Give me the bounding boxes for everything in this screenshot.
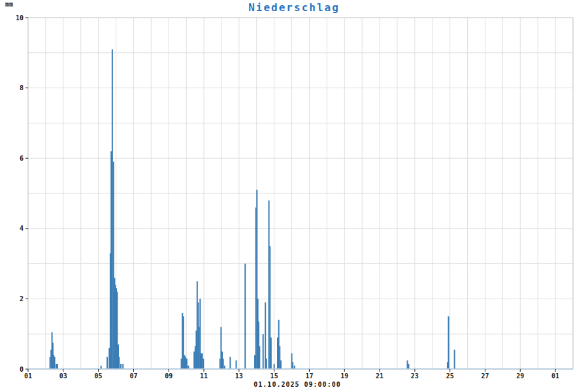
x-tick-label: 11 <box>200 372 208 380</box>
x-tick-label: 07 <box>129 372 137 380</box>
precipitation-bar <box>203 359 204 369</box>
precipitation-bar <box>263 334 264 369</box>
precipitation-bar <box>270 338 272 369</box>
precipitation-bar <box>454 350 455 369</box>
precipitation-bar <box>106 357 108 369</box>
precipitation-bar <box>280 361 282 369</box>
y-tick-label: 0 <box>20 366 24 373</box>
y-tick-label: 10 <box>16 14 24 22</box>
precipitation-bar <box>266 359 267 369</box>
precipitation-bar <box>112 49 113 369</box>
precipitation-bar <box>259 346 260 369</box>
x-tick-label: 23 <box>411 372 419 380</box>
precipitation-bar <box>407 361 408 369</box>
x-tick-label: 21 <box>376 372 384 380</box>
x-tick-label: 27 <box>481 372 489 380</box>
y-tick-label: 2 <box>20 295 24 302</box>
precipitation-chart: mm Niederschlag 010305070911131517192123… <box>0 0 588 392</box>
precipitation-bar <box>236 361 237 369</box>
precipitation-bar <box>185 357 186 369</box>
x-tick-label: 15 <box>270 372 278 380</box>
precipitation-bar <box>118 357 120 369</box>
precipitation-bar <box>186 359 188 369</box>
x-tick-label: 01 <box>24 372 32 380</box>
precipitation-bar <box>229 357 231 369</box>
precipitation-bar <box>54 357 56 369</box>
x-tick-label: 01 <box>551 372 559 380</box>
x-tick-label: 25 <box>446 372 454 380</box>
precipitation-bar <box>292 362 293 369</box>
x-tick-label: 19 <box>340 372 348 380</box>
x-tick-label: 03 <box>59 372 67 380</box>
x-axis-caption: 01.10.2025 09:00:00 <box>253 381 340 388</box>
x-tick-label: 29 <box>516 372 524 380</box>
x-tick-label: 17 <box>305 372 313 380</box>
x-tick-label: 13 <box>235 372 243 380</box>
x-tick-label: 05 <box>95 372 103 380</box>
precipitation-bar <box>244 264 246 369</box>
y-tick-label: 8 <box>20 84 24 91</box>
x-tick-label: 09 <box>165 372 172 380</box>
y-tick-label: 4 <box>20 225 24 232</box>
chart-canvas: 010305070911131517192123252729010246810 <box>0 0 588 392</box>
precipitation-bar <box>223 359 224 369</box>
y-tick-label: 6 <box>20 155 24 162</box>
precipitation-bar <box>448 316 449 369</box>
